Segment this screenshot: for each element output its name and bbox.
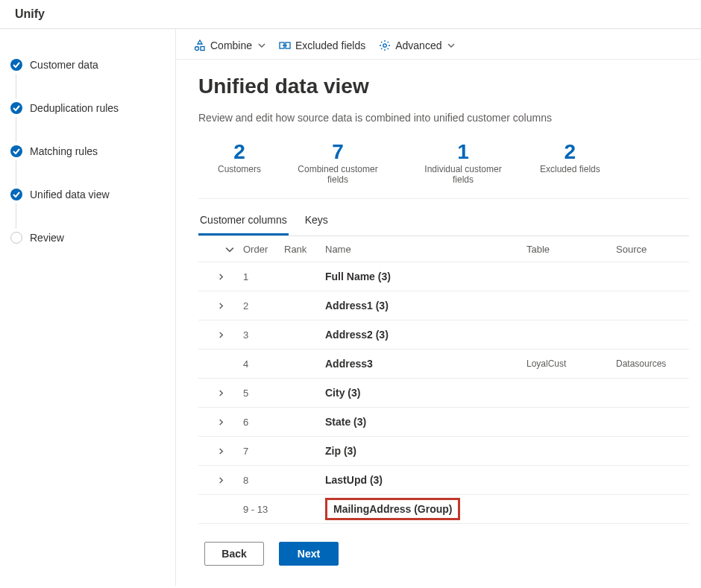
cell-table: LoyalCust bbox=[526, 358, 616, 369]
table-row[interactable]: 4Address3LoyalCustDatasources bbox=[198, 350, 689, 379]
footer-actions: Back Next bbox=[198, 524, 689, 566]
stats-row: 2Customers7Combined customer fields1Indi… bbox=[198, 140, 689, 199]
step-connector bbox=[16, 117, 16, 142]
table-row[interactable]: 7Zip (3) bbox=[198, 437, 689, 466]
stat-card: 7Combined customer fields bbox=[289, 140, 386, 185]
table-row[interactable]: 8LastUpd (3) bbox=[198, 466, 689, 495]
wizard-step[interactable]: Deduplication rules bbox=[10, 99, 165, 117]
header-order: Order bbox=[243, 244, 284, 255]
header-source: Source bbox=[616, 244, 683, 255]
step-connector bbox=[16, 203, 16, 229]
chevron-down-icon bbox=[258, 42, 265, 49]
table-row[interactable]: 3Address2 (3) bbox=[198, 320, 689, 350]
cell-order: 6 bbox=[243, 417, 284, 428]
back-button[interactable]: Back bbox=[204, 542, 264, 566]
stat-number: 1 bbox=[415, 140, 512, 164]
cell-name: Address1 (3) bbox=[325, 300, 526, 312]
wizard-step-label: Matching rules bbox=[30, 145, 98, 157]
stat-card: 1Individual customer fields bbox=[415, 140, 512, 185]
stat-card: 2Excluded fields bbox=[540, 140, 600, 185]
step-connector bbox=[16, 160, 16, 186]
page-title: Unified data view bbox=[198, 75, 689, 98]
gear-icon bbox=[379, 39, 391, 51]
expand-toggle[interactable] bbox=[198, 332, 243, 338]
table-row[interactable]: 6State (3) bbox=[198, 408, 689, 437]
chevron-right-icon bbox=[218, 448, 224, 455]
expand-toggle[interactable] bbox=[198, 419, 243, 426]
chevron-right-icon bbox=[218, 390, 224, 396]
wizard-step-label: Deduplication rules bbox=[30, 102, 119, 114]
table-row[interactable]: 9 - 13MailingAddress (Group) bbox=[198, 495, 689, 524]
wizard-step-label: Review bbox=[30, 232, 64, 244]
advanced-menu[interactable]: Advanced bbox=[379, 39, 455, 51]
chevron-right-icon bbox=[218, 332, 224, 338]
cell-source: Datasources bbox=[616, 358, 683, 369]
table-row[interactable]: 5City (3) bbox=[198, 379, 689, 408]
wizard-step[interactable]: Unified data view bbox=[10, 186, 165, 203]
cell-order: 8 bbox=[243, 475, 284, 486]
toolbar: Combine Excluded fields Advanced bbox=[176, 29, 701, 60]
excluded-fields-button[interactable]: Excluded fields bbox=[279, 39, 365, 51]
cell-name: MailingAddress (Group) bbox=[325, 498, 526, 520]
tab-customer-columns[interactable]: Customer columns bbox=[198, 206, 289, 235]
cell-name: Address2 (3) bbox=[325, 329, 526, 341]
cell-name: Zip (3) bbox=[325, 445, 526, 457]
main-panel: Combine Excluded fields Advanced Unified… bbox=[176, 29, 701, 586]
stat-number: 2 bbox=[218, 140, 261, 164]
chevron-right-icon bbox=[218, 419, 224, 426]
header-expand[interactable] bbox=[198, 245, 243, 254]
combine-icon bbox=[194, 39, 206, 51]
grid-header: Order Rank Name Table Source bbox=[198, 236, 689, 262]
header-rank: Rank bbox=[284, 244, 325, 255]
cell-name: Full Name (3) bbox=[325, 271, 526, 282]
stat-label: Excluded fields bbox=[540, 164, 600, 174]
cell-name: Address3 bbox=[325, 358, 526, 370]
chevron-right-icon bbox=[218, 274, 224, 280]
check-icon bbox=[10, 59, 22, 71]
cell-order: 2 bbox=[243, 300, 284, 312]
wizard-step-label: Unified data view bbox=[30, 189, 110, 200]
columns-grid: Order Rank Name Table Source 1Full Name … bbox=[198, 236, 689, 524]
chevron-down-icon bbox=[447, 42, 455, 49]
combine-menu[interactable]: Combine bbox=[194, 39, 265, 51]
app-title: Unify bbox=[15, 7, 45, 20]
wizard-step[interactable]: Matching rules bbox=[10, 142, 165, 160]
circle-icon bbox=[10, 232, 22, 244]
step-connector bbox=[16, 74, 16, 99]
table-row[interactable]: 1Full Name (3) bbox=[198, 262, 689, 291]
app-header: Unify bbox=[0, 0, 701, 29]
check-icon bbox=[10, 145, 22, 157]
combine-label: Combine bbox=[210, 39, 252, 51]
page-subtitle: Review and edit how source data is combi… bbox=[198, 112, 689, 124]
stat-label: Customers bbox=[218, 164, 261, 174]
svg-point-5 bbox=[383, 44, 386, 47]
cell-order: 4 bbox=[243, 358, 284, 370]
cell-order: 3 bbox=[243, 329, 284, 341]
wizard-step-label: Customer data bbox=[30, 59, 98, 71]
cell-order: 7 bbox=[243, 446, 284, 457]
advanced-label: Advanced bbox=[395, 39, 441, 51]
table-row[interactable]: 2Address1 (3) bbox=[198, 291, 689, 320]
check-icon bbox=[10, 102, 22, 114]
cell-name: City (3) bbox=[325, 387, 526, 399]
stat-label: Combined customer fields bbox=[289, 164, 386, 185]
expand-toggle[interactable] bbox=[198, 303, 243, 309]
tab-keys[interactable]: Keys bbox=[304, 206, 330, 235]
stat-card: 2Customers bbox=[218, 140, 261, 185]
cell-order: 9 - 13 bbox=[243, 504, 284, 515]
stat-label: Individual customer fields bbox=[415, 164, 512, 185]
wizard-step[interactable]: Review bbox=[10, 229, 165, 247]
cell-order: 5 bbox=[243, 388, 284, 399]
expand-toggle[interactable] bbox=[198, 448, 243, 455]
excluded-label: Excluded fields bbox=[295, 39, 365, 51]
stat-number: 7 bbox=[289, 140, 386, 164]
wizard-step[interactable]: Customer data bbox=[10, 56, 165, 74]
expand-toggle[interactable] bbox=[198, 477, 243, 484]
expand-toggle[interactable] bbox=[198, 390, 243, 396]
next-button[interactable]: Next bbox=[279, 542, 339, 566]
chevron-down-icon bbox=[225, 245, 234, 254]
svg-point-0 bbox=[195, 47, 199, 51]
tab-bar: Customer columns Keys bbox=[198, 206, 689, 236]
wizard-sidebar: Customer dataDeduplication rulesMatching… bbox=[0, 29, 176, 586]
expand-toggle[interactable] bbox=[198, 274, 243, 280]
